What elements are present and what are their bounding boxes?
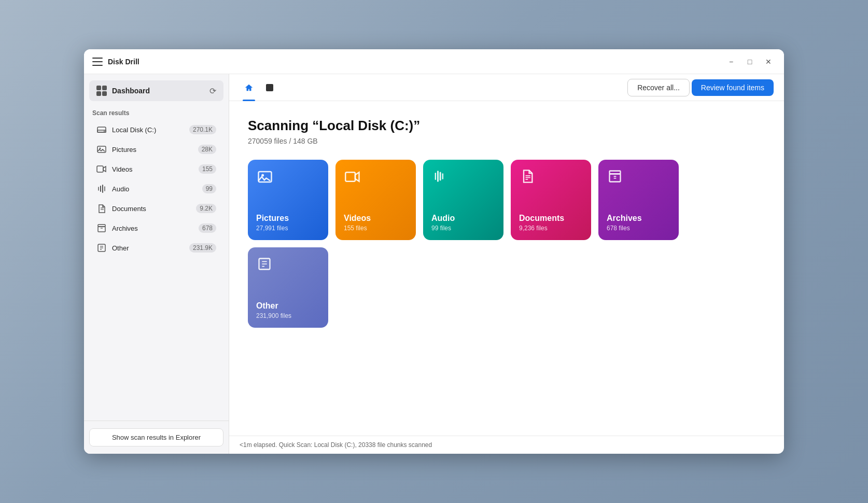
card-archives-label: Archives <box>607 213 670 223</box>
statusbar: <1m elapsed. Quick Scan: Local Disk (C:)… <box>229 436 784 454</box>
titlebar: Disk Drill − □ ✕ <box>84 49 784 74</box>
review-found-button[interactable]: Review found items <box>692 79 774 96</box>
card-videos-label: Videos <box>344 213 408 223</box>
sidebar-item-audio[interactable]: Audio 99 <box>88 179 225 198</box>
sidebar-item-archives[interactable]: Archives 678 <box>88 219 225 237</box>
card-documents-count: 9,236 files <box>519 225 583 232</box>
card-audio-count: 99 files <box>431 225 495 232</box>
svg-rect-15 <box>266 84 273 91</box>
svg-rect-18 <box>345 172 355 181</box>
card-audio-label: Audio <box>431 213 495 223</box>
card-pictures-label: Pictures <box>256 213 320 223</box>
sidebar-label-local-disk: Local Disk (C:) <box>112 126 189 134</box>
second-tab[interactable] <box>260 78 279 97</box>
card-other-label: Other <box>256 301 320 311</box>
show-explorer-button[interactable]: Show scan results in Explorer <box>89 428 223 446</box>
app-title: Disk Drill <box>108 58 724 66</box>
maximize-button[interactable]: □ <box>743 54 757 69</box>
menu-icon[interactable] <box>92 58 103 66</box>
card-videos-count: 155 files <box>344 225 408 232</box>
sidebar-count-documents: 9.2K <box>196 204 216 213</box>
content-area: Scanning “Local Disk (C:)” 270059 files … <box>229 101 784 436</box>
toolbar: Recover all... Review found items <box>229 74 784 101</box>
sidebar-item-other[interactable]: Other 231.9K <box>88 239 225 257</box>
spinner-icon: ⟳ <box>209 86 216 96</box>
app-body: Dashboard ⟳ Scan results Local Disk (C:)… <box>84 74 784 454</box>
home-tab[interactable] <box>240 78 258 97</box>
minimize-button[interactable]: − <box>724 54 738 69</box>
file-count-subtitle: 270059 files / 148 GB <box>248 137 765 145</box>
sidebar-count-pictures: 28K <box>198 145 216 154</box>
dashboard-nav-item[interactable]: Dashboard ⟳ <box>89 80 223 101</box>
card-archives-count: 678 files <box>607 225 670 232</box>
dashboard-icon <box>96 86 107 96</box>
app-window: Disk Drill − □ ✕ Dashboard ⟳ Scan result… <box>84 49 784 454</box>
archives-icon <box>96 223 107 233</box>
card-videos[interactable]: Videos 155 files <box>335 160 416 240</box>
card-pictures-icon <box>257 169 273 188</box>
card-archives-icon <box>608 169 622 187</box>
sidebar-item-pictures[interactable]: Pictures 28K <box>88 140 225 159</box>
card-documents-icon <box>520 169 535 187</box>
svg-rect-5 <box>97 166 103 172</box>
page-title: Scanning “Local Disk (C:)” <box>248 118 765 134</box>
sidebar-count-local-disk: 270.1K <box>189 125 216 134</box>
sidebar-footer: Show scan results in Explorer <box>84 421 229 454</box>
window-controls: − □ ✕ <box>724 54 776 69</box>
sidebar-label-videos: Videos <box>112 165 199 173</box>
card-documents[interactable]: Documents 9,236 files <box>511 160 591 240</box>
videos-icon <box>96 164 107 174</box>
dashboard-label: Dashboard <box>112 87 209 95</box>
card-other-icon <box>257 257 272 275</box>
sidebar: Dashboard ⟳ Scan results Local Disk (C:)… <box>84 74 229 454</box>
sidebar-item-local-disk[interactable]: Local Disk (C:) 270.1K <box>88 120 225 139</box>
statusbar-text: <1m elapsed. Quick Scan: Local Disk (C:)… <box>240 441 432 449</box>
documents-icon <box>96 203 107 214</box>
sidebar-count-archives: 678 <box>199 223 216 233</box>
card-documents-label: Documents <box>519 213 583 223</box>
recover-all-button[interactable]: Recover all... <box>627 79 690 96</box>
card-audio-icon <box>432 169 447 187</box>
sidebar-label-pictures: Pictures <box>112 146 198 153</box>
card-pictures-count: 27,991 files <box>256 225 320 232</box>
category-cards-grid: Pictures 27,991 files Videos 155 files <box>248 160 765 328</box>
pictures-icon <box>96 144 107 155</box>
sidebar-count-other: 231.9K <box>189 243 216 253</box>
audio-icon <box>96 184 107 194</box>
sidebar-label-other: Other <box>112 244 189 252</box>
svg-rect-9 <box>98 227 105 232</box>
sidebar-label-archives: Archives <box>112 225 199 232</box>
scan-results-label: Scan results <box>84 104 229 120</box>
card-pictures[interactable]: Pictures 27,991 files <box>248 160 328 240</box>
sidebar-item-documents[interactable]: Documents 9.2K <box>88 199 225 218</box>
sidebar-label-documents: Documents <box>112 205 196 213</box>
sidebar-item-videos[interactable]: Videos 155 <box>88 160 225 178</box>
card-videos-icon <box>345 169 360 188</box>
sidebar-count-audio: 99 <box>202 184 216 193</box>
other-icon <box>96 243 107 253</box>
card-audio[interactable]: Audio 99 files <box>423 160 503 240</box>
close-button[interactable]: ✕ <box>761 54 776 69</box>
sidebar-label-audio: Audio <box>112 185 202 193</box>
card-archives[interactable]: Archives 678 files <box>598 160 679 240</box>
hard-drive-icon <box>96 124 107 135</box>
svg-point-2 <box>104 131 105 132</box>
main-area: Recover all... Review found items Scanni… <box>229 74 784 454</box>
card-other-count: 231,900 files <box>256 312 320 319</box>
sidebar-count-videos: 155 <box>199 164 216 174</box>
card-other[interactable]: Other 231,900 files <box>248 247 328 328</box>
